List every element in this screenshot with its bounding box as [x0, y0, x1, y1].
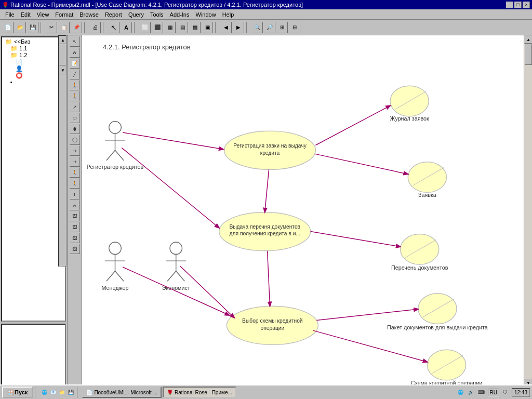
right-scrollbar[interactable]: ▲ ▼ — [524, 35, 532, 387]
cut-btn[interactable]: ✂ — [46, 22, 57, 33]
t4-btn[interactable]: ▤ — [177, 22, 188, 33]
tree-scroll-up[interactable]: ▲ — [59, 36, 67, 44]
text-btn[interactable]: A — [121, 22, 132, 33]
print-btn[interactable]: 🖨 — [89, 22, 101, 33]
t6-btn[interactable]: ▣ — [202, 22, 213, 33]
antivirus-icon[interactable]: 🛡 — [501, 388, 510, 396]
text2-tool[interactable]: T — [70, 189, 80, 200]
svg-line-41 — [265, 169, 269, 212]
zoom-out-btn[interactable]: 🔎 — [264, 22, 275, 33]
img3-tool[interactable]: 🖼 — [70, 233, 80, 243]
actor-economist[interactable]: Экономист — [162, 242, 190, 291]
actor-manager[interactable]: Менеджер — [101, 242, 128, 291]
usecase2-tool[interactable]: ◯ — [70, 135, 80, 145]
tree-scrollbar[interactable]: ▲ ▼ — [58, 35, 66, 267]
keyboard-icon[interactable]: ⌨ — [477, 388, 486, 396]
sep2 — [84, 22, 87, 33]
taskbar-pособие[interactable]: 📄 ПособиеUML - Microsoft ... — [82, 387, 162, 398]
svg-line-31 — [123, 132, 223, 149]
menu-query[interactable]: Query — [125, 10, 147, 19]
menu-help[interactable]: Help — [219, 10, 237, 19]
app-icon: 🌹 — [2, 2, 8, 8]
img4-tool[interactable]: 🖼 — [70, 244, 80, 254]
email-icon[interactable]: 📧 — [49, 388, 57, 396]
note-tool[interactable]: 📝 — [70, 58, 80, 69]
tree-item-2b[interactable]: 👤 — [3, 65, 64, 72]
actor2-tool[interactable]: 🚶 — [70, 91, 80, 101]
svg-text:Выдача перечня документов: Выдача перечня документов — [229, 224, 300, 230]
tree-root[interactable]: 📁 <<Биз — [3, 38, 64, 45]
t2-btn[interactable]: ⬛ — [152, 22, 163, 33]
text3-tool[interactable]: A — [70, 200, 80, 210]
menu-format[interactable]: Format — [52, 10, 76, 19]
toolbar: 📄 📂 💾 ✂ 📋 📌 🖨 ↖ A ⬜ ⬛ ▦ ▤ ▩ ▣ ◀ ▶ 🔍 🔎 ⊞ … — [0, 20, 532, 35]
cursor-btn[interactable]: ↖ — [108, 22, 119, 33]
fwd-btn[interactable]: ▶ — [233, 22, 244, 33]
actor3-tool[interactable]: 🚶 — [70, 167, 80, 178]
floppy-icon[interactable]: 💾 — [66, 388, 75, 396]
ie-icon[interactable]: 🌐 — [40, 388, 48, 396]
save-btn[interactable]: 💾 — [27, 22, 38, 33]
menu-view[interactable]: View — [34, 10, 52, 19]
scroll-track[interactable] — [524, 44, 532, 379]
side-toolbar: ↖ A 📝 ╱ 🚶 🚶 ↗ ⬭ ⬮ ◯ ⇢ ⇢ 🚶 🚶 T A 🖼 🖼 🖼 🖼 — [68, 35, 82, 387]
minimize-btn[interactable]: _ — [506, 2, 513, 8]
svg-text:Менеджер: Менеджер — [101, 285, 128, 291]
line-tool[interactable]: ╱ — [70, 69, 80, 79]
tree-item-1[interactable]: 📁 1.1 — [3, 45, 64, 52]
network-icon[interactable]: 🌐 — [457, 388, 465, 396]
menu-file[interactable]: File — [2, 10, 18, 19]
new-btn[interactable]: 📄 — [2, 22, 14, 33]
usecase-tool[interactable]: ⬮ — [70, 124, 80, 134]
tree-item-2c[interactable]: ⭕ — [3, 72, 64, 79]
menu-report[interactable]: Report — [102, 10, 125, 19]
tree-item-2[interactable]: 📁 1.2 — [3, 52, 64, 59]
overview-btn[interactable]: ⊟ — [289, 22, 300, 33]
extend-tool[interactable]: ⇢ — [70, 156, 80, 167]
tree-scroll-thumb[interactable] — [59, 45, 66, 65]
tree-panel[interactable]: 📁 <<Биз 📁 1.1 📁 1.2 📄 👤 ⭕ ▪ — [1, 36, 66, 322]
menu-edit[interactable]: Edit — [18, 10, 34, 19]
t3-btn[interactable]: ▦ — [164, 22, 176, 33]
svg-line-23 — [115, 271, 124, 282]
open-btn[interactable]: 📂 — [15, 22, 26, 33]
actor-registrator[interactable]: Регистратор кредитов — [87, 122, 144, 170]
tree-item-2a[interactable]: 📄 — [3, 59, 64, 65]
left-panel: 📁 <<Биз 📁 1.1 📁 1.2 📄 👤 ⭕ ▪ ▲ ▼ — [0, 35, 68, 387]
menu-tools[interactable]: Tools — [147, 10, 167, 19]
menu-addins[interactable]: Add-Ins — [167, 10, 193, 19]
select-tool[interactable]: ↖ — [70, 36, 80, 47]
boundary-tool[interactable]: ⬭ — [70, 113, 80, 123]
copy-btn[interactable]: 📋 — [58, 22, 70, 33]
title-controls[interactable]: _ □ × — [506, 2, 530, 8]
tree-item-2d[interactable]: ▪ — [3, 79, 64, 85]
actor-tool[interactable]: 🚶 — [70, 80, 80, 90]
arrow-tool[interactable]: ↗ — [70, 102, 80, 112]
maximize-btn[interactable]: □ — [514, 2, 522, 8]
paste-btn[interactable]: 📌 — [71, 22, 82, 33]
actor4-tool[interactable]: 🚶 — [70, 178, 80, 189]
depend-tool[interactable]: ⇢ — [70, 145, 80, 156]
tree-scroll-down[interactable]: ▼ — [59, 66, 67, 74]
fit-btn[interactable]: ⊞ — [276, 22, 288, 33]
img1-tool[interactable]: 🖼 — [70, 211, 80, 221]
menu-window[interactable]: Window — [193, 10, 219, 19]
back-btn[interactable]: ◀ — [220, 22, 232, 33]
scroll-thumb[interactable] — [525, 44, 532, 65]
close-btn[interactable]: × — [523, 2, 530, 8]
svg-line-37 — [180, 266, 235, 318]
t1-btn[interactable]: ⬜ — [139, 22, 151, 33]
t5-btn[interactable]: ▩ — [189, 22, 201, 33]
img2-tool[interactable]: 🖼 — [70, 222, 80, 232]
tree-scroll-track[interactable] — [59, 45, 66, 65]
zoom-in-btn[interactable]: 🔍 — [251, 22, 263, 33]
menu-browse[interactable]: Browse — [76, 10, 102, 19]
volume-icon[interactable]: 🔊 — [467, 388, 475, 396]
quick-launch: 🌐 📧 📁 💾 — [40, 388, 75, 396]
start-button[interactable]: 🪟 Пуск — [2, 387, 33, 398]
scroll-up-btn[interactable]: ▲ — [524, 35, 532, 44]
folder-icon[interactable]: 📁 — [58, 388, 66, 396]
text-tool[interactable]: A — [70, 47, 80, 58]
taskbar-rose[interactable]: 🌹 Rational Rose - Приме... — [163, 387, 236, 398]
ru-indicator[interactable]: RU — [488, 389, 499, 396]
